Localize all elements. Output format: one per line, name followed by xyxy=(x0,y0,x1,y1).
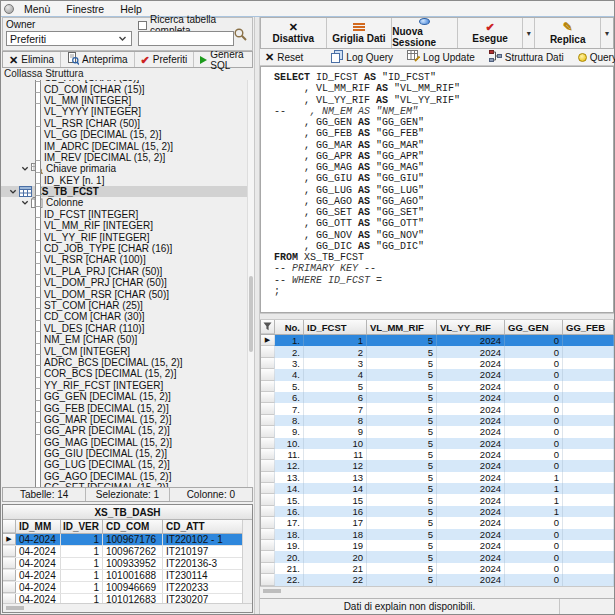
grid-col-gg-gen[interactable]: GG_GEN xyxy=(505,320,563,334)
log-query-button[interactable]: Log Query xyxy=(331,50,393,65)
dash-col-id-mm[interactable]: ID_MM xyxy=(16,520,61,533)
chevron-down-icon[interactable] xyxy=(21,199,29,207)
row-selector[interactable] xyxy=(261,426,275,437)
menu-menu[interactable]: Menù xyxy=(18,2,56,16)
row-selector[interactable] xyxy=(261,494,275,505)
esegue-dropdown-arrow[interactable]: ▾ xyxy=(523,18,535,48)
owner-combo[interactable]: Preferiti xyxy=(6,31,132,46)
disattiva-button[interactable]: ✕ Disattiva xyxy=(261,18,327,48)
grid-row[interactable]: 9.9520240 xyxy=(261,426,614,437)
dash-hscroll-thumb[interactable] xyxy=(6,606,24,610)
chevron-down-icon[interactable] xyxy=(21,165,29,173)
search-button[interactable] xyxy=(231,26,249,44)
row-selector[interactable] xyxy=(261,358,275,369)
row-selector[interactable] xyxy=(261,449,275,460)
grid-row[interactable]: 6.6520240 xyxy=(261,392,614,403)
grid-col-id-fcst[interactable]: ID_FCST xyxy=(304,320,367,334)
dash-vertical-scrollbar[interactable] xyxy=(242,520,252,603)
sql-editor[interactable]: SELECT ID_FCST AS "ID_FCST" , VL_MM_RIF … xyxy=(260,66,614,313)
menu-help[interactable]: Help xyxy=(114,2,148,16)
menu-finestre[interactable]: Finestre xyxy=(60,2,110,16)
table-row[interactable]: ▶04-20241100967176IT220102 - 1 xyxy=(3,534,252,546)
query-builder-button[interactable]: Query Builder xyxy=(578,52,615,63)
grid-col-vl-yy-rif[interactable]: VL_YY_RIF xyxy=(437,320,505,334)
horizontal-splitter[interactable] xyxy=(260,313,614,320)
reset-button[interactable]: ✕ Reset xyxy=(265,52,303,63)
nuova-sessione-button[interactable]: Nuova Sessione xyxy=(392,18,458,48)
row-selector[interactable] xyxy=(3,546,16,557)
griglia-dati-button[interactable]: Griglia Dati xyxy=(327,18,393,48)
replica-dropdown-arrow[interactable]: ▾ xyxy=(601,18,613,48)
grid-row[interactable]: 22.22520240 xyxy=(261,574,614,585)
row-selector[interactable] xyxy=(261,403,275,414)
dash-col-cd-att[interactable]: CD_ATT xyxy=(163,520,252,533)
delete-button[interactable]: ✕ Elimina xyxy=(3,52,61,67)
grid-col-no[interactable]: No. xyxy=(275,320,304,334)
replica-button[interactable]: ✎ Replica xyxy=(535,18,601,48)
row-selector[interactable] xyxy=(261,540,275,551)
row-selector[interactable] xyxy=(3,558,16,569)
dash-horizontal-scrollbar[interactable] xyxy=(3,603,252,612)
row-selector[interactable] xyxy=(261,381,275,392)
checkbox-icon[interactable] xyxy=(138,21,147,30)
grid-row[interactable]: 12.12520240 xyxy=(261,460,614,471)
dash-col-cd-com[interactable]: CD_COM xyxy=(103,520,163,533)
filter-icon[interactable] xyxy=(261,320,275,334)
grid-row[interactable]: 13.13520241 xyxy=(261,472,614,483)
generate-sql-button[interactable]: Genera SQL xyxy=(194,52,252,67)
collapse-structure-link[interactable]: Collassa Struttura xyxy=(1,68,254,80)
row-selector[interactable]: ▶ xyxy=(3,534,16,545)
row-selector[interactable] xyxy=(261,506,275,517)
grid-row[interactable]: 17.17520240 xyxy=(261,517,614,528)
table-search-input[interactable] xyxy=(138,31,234,46)
preview-button[interactable]: Anteprima xyxy=(61,52,135,67)
full-table-search-checkbox[interactable]: Ricerca tabella completa xyxy=(138,19,234,31)
table-row[interactable]: 04-20241100946669IT220233 xyxy=(3,582,252,594)
row-selector[interactable] xyxy=(261,415,275,426)
dash-col-id-ver[interactable]: ID_VER xyxy=(61,520,103,533)
row-selector[interactable] xyxy=(261,472,275,483)
table-row[interactable]: 04-20241100967262IT210197 xyxy=(3,546,252,558)
grid-row[interactable]: 19.19520240 xyxy=(261,540,614,551)
grid-row[interactable]: 21.21520240 xyxy=(261,563,614,574)
grid-row[interactable]: 5.5520240 xyxy=(261,381,614,392)
grid-row[interactable]: 14.14520241 xyxy=(261,483,614,494)
grid-hscroll-thumb[interactable] xyxy=(263,589,281,593)
row-selector[interactable] xyxy=(261,392,275,403)
tree-item[interactable]: GG_SET [DECIMAL (15, 2)] xyxy=(1,482,247,487)
chevron-down-icon[interactable] xyxy=(9,188,17,196)
struttura-dati-button[interactable]: Struttura Dati xyxy=(489,50,564,64)
grid-row[interactable]: 8.8520240 xyxy=(261,415,614,426)
row-selector[interactable]: ▶ xyxy=(261,335,275,346)
grid-row[interactable]: 18.18520240 xyxy=(261,529,614,540)
row-selector[interactable] xyxy=(3,570,16,581)
row-selector[interactable] xyxy=(261,574,275,585)
grid-col-vl-mm-rif[interactable]: VL_MM_RIF xyxy=(367,320,437,334)
grid-row[interactable]: 2.2520240 xyxy=(261,346,614,357)
favorites-button[interactable]: ✔ Preferiti xyxy=(135,52,195,67)
row-selector[interactable] xyxy=(261,369,275,380)
grid-row[interactable]: 15.15520241 xyxy=(261,494,614,505)
log-update-button[interactable]: Log Update xyxy=(407,50,475,64)
grid-row[interactable]: 20.20520240 xyxy=(261,551,614,562)
esegue-button[interactable]: ✔ Esegue xyxy=(458,18,524,48)
grid-row[interactable]: 7.7520240 xyxy=(261,403,614,414)
row-selector[interactable] xyxy=(3,582,16,593)
grid-row[interactable]: ▶1.1520240 xyxy=(261,335,614,346)
grid-row[interactable]: 11.11520240 xyxy=(261,449,614,460)
row-selector[interactable] xyxy=(261,563,275,574)
row-selector[interactable] xyxy=(261,346,275,357)
grid-row[interactable]: 3.3520240 xyxy=(261,358,614,369)
grid-col-gg-feb[interactable]: GG_FEB xyxy=(563,320,614,334)
tree-scrollbar[interactable] xyxy=(247,80,254,487)
table-row[interactable]: 04-20241101001688IT230114 xyxy=(3,570,252,582)
grid-row[interactable]: 10.10520240 xyxy=(261,438,614,449)
row-selector[interactable] xyxy=(261,517,275,528)
grid-horizontal-scrollbar[interactable] xyxy=(260,586,614,598)
table-row[interactable]: 04-20241100933952IT220136-3 xyxy=(3,558,252,570)
grid-row[interactable]: 4.4520240 xyxy=(261,369,614,380)
grid-row[interactable]: 16.16520241 xyxy=(261,506,614,517)
row-selector[interactable] xyxy=(261,438,275,449)
row-selector[interactable] xyxy=(261,460,275,471)
row-selector[interactable] xyxy=(261,483,275,494)
